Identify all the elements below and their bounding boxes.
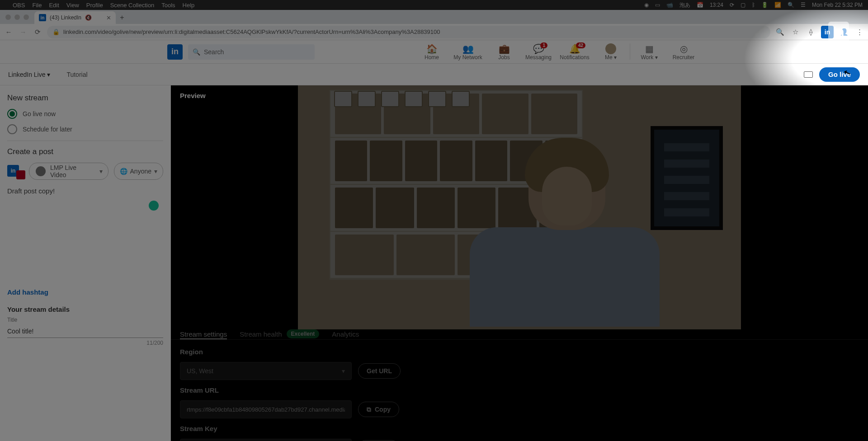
audience-selector[interactable]: Anyone bbox=[114, 163, 163, 180]
search-placeholder: Search bbox=[204, 48, 224, 56]
nav-recruiter[interactable]: ◎Recruiter bbox=[666, 43, 701, 61]
me-avatar-icon bbox=[605, 43, 616, 54]
status-camera-icon[interactable]: 📹 bbox=[666, 2, 673, 8]
page-selector[interactable]: LMP Live Video bbox=[29, 163, 108, 180]
captions-icon[interactable] bbox=[804, 71, 813, 78]
status-display-icon[interactable]: ▢ bbox=[741, 2, 745, 8]
copy-icon: ⧉ bbox=[367, 406, 371, 413]
tab-stream-settings[interactable]: Stream settings bbox=[180, 329, 227, 339]
macos-menubar: OBS File Edit View Profile Scene Collect… bbox=[0, 0, 868, 10]
health-status-badge: Excellent bbox=[287, 329, 320, 338]
status-record-icon[interactable]: ◉ bbox=[644, 2, 649, 8]
menu-profile[interactable]: Profile bbox=[86, 2, 103, 9]
menu-help[interactable]: Help bbox=[183, 2, 195, 9]
reload-icon[interactable]: ⟳ bbox=[33, 28, 42, 36]
status-time-badge[interactable]: 13:24 bbox=[710, 2, 723, 8]
forward-icon[interactable]: → bbox=[18, 28, 28, 36]
tab-audio-icon[interactable]: 🔇 bbox=[85, 14, 92, 21]
menu-edit[interactable]: Edit bbox=[49, 2, 59, 9]
browser-toolbar: ← → ⟳ 🔒 linkedin.com/video/golive/new/pr… bbox=[0, 24, 868, 40]
status-search-icon[interactable]: 🔍 bbox=[788, 2, 794, 8]
region-select[interactable]: US, West bbox=[180, 362, 352, 380]
menu-view[interactable]: View bbox=[66, 2, 79, 9]
messaging-badge: 1 bbox=[540, 42, 547, 48]
nav-me[interactable]: Me ▾ bbox=[594, 43, 628, 61]
post-textarea[interactable]: Draft post copy! bbox=[7, 187, 163, 195]
stream-sidebar: New stream Go live now Schedule for late… bbox=[0, 85, 171, 441]
status-battery-icon[interactable]: 🔋 bbox=[761, 2, 768, 8]
browser-tab[interactable]: in (43) LinkedIn 🔇 ✕ bbox=[34, 11, 116, 24]
menu-dots-icon[interactable]: ⋮ bbox=[854, 28, 864, 36]
notifications-badge: 42 bbox=[576, 42, 585, 48]
preview-main: Preview Stream settings bbox=[171, 85, 868, 441]
menu-file[interactable]: File bbox=[32, 2, 42, 9]
extensions-icon[interactable]: ⟠ bbox=[806, 28, 816, 36]
live-subbar: LinkedIn Live ▾ Tutorial Go live bbox=[0, 64, 868, 85]
preview-label: Preview bbox=[180, 92, 206, 99]
status-screen-icon[interactable]: ▭ bbox=[655, 2, 660, 8]
stream-details-heading: Your stream details bbox=[7, 305, 163, 313]
recruiter-icon: ◎ bbox=[680, 43, 688, 54]
radio-schedule-later[interactable]: Schedule for later bbox=[7, 124, 163, 134]
divider bbox=[7, 141, 163, 141]
add-hashtag-link[interactable]: Add hashtag bbox=[7, 288, 48, 296]
presenter-graphic bbox=[470, 140, 664, 329]
status-wifi-icon[interactable]: 📶 bbox=[774, 2, 781, 8]
status-lang[interactable]: 泡あ bbox=[679, 1, 690, 9]
status-clock[interactable]: Mon Feb 22 5:32 PM bbox=[812, 2, 863, 8]
network-icon: 👥 bbox=[462, 43, 474, 54]
window-traffic-lights[interactable] bbox=[0, 10, 34, 24]
home-icon: 🏠 bbox=[426, 43, 438, 54]
nav-notifications[interactable]: 🔔42Notifications bbox=[556, 43, 594, 61]
grammarly-icon[interactable] bbox=[149, 201, 159, 211]
radio-checked-icon bbox=[7, 109, 17, 119]
copy-url-button[interactable]: ⧉Copy bbox=[358, 402, 399, 417]
radio-go-live-now[interactable]: Go live now bbox=[7, 109, 163, 119]
linkedin-logo-icon[interactable]: in bbox=[167, 44, 183, 60]
new-stream-title: New stream bbox=[7, 94, 163, 103]
tab-stream-health[interactable]: Stream health Excellent bbox=[240, 329, 319, 339]
back-icon[interactable]: ← bbox=[4, 28, 14, 36]
menu-scene-collection[interactable]: Scene Collection bbox=[110, 2, 155, 9]
url-text: linkedin.com/video/golive/new/preview/ur… bbox=[63, 28, 440, 35]
tutorial-link[interactable]: Tutorial bbox=[66, 71, 87, 78]
stream-url-label: Stream URL bbox=[180, 386, 859, 394]
linkedin-navbar: in 🔍 Search 🏠Home 👥My Network 💼Jobs 💬1Me… bbox=[0, 40, 868, 64]
page-mini-avatar-icon bbox=[36, 166, 46, 176]
status-calendar-icon[interactable]: 📅 bbox=[697, 2, 703, 8]
nav-network[interactable]: 👥My Network bbox=[449, 43, 487, 61]
go-live-button[interactable]: Go live bbox=[819, 67, 860, 82]
picture-frames bbox=[334, 91, 470, 107]
menu-tools[interactable]: Tools bbox=[161, 2, 175, 9]
live-dropdown[interactable]: LinkedIn Live ▾ bbox=[8, 71, 50, 78]
get-url-button[interactable]: Get URL bbox=[358, 363, 401, 379]
tab-close-icon[interactable]: ✕ bbox=[106, 14, 111, 21]
nav-home[interactable]: 🏠Home bbox=[415, 43, 449, 61]
address-bar[interactable]: 🔒 linkedin.com/video/golive/new/preview/… bbox=[47, 26, 770, 38]
nav-messaging[interactable]: 💬1Messaging bbox=[521, 43, 556, 61]
status-bt-icon[interactable]: ᛒ bbox=[752, 2, 755, 8]
title-input[interactable] bbox=[7, 325, 163, 338]
region-label: Region bbox=[180, 348, 859, 356]
create-post-title: Create a post bbox=[7, 147, 163, 156]
zoom-icon[interactable]: 🔍 bbox=[775, 28, 785, 36]
browser-tab-strip: in (43) LinkedIn 🔇 ✕ + bbox=[0, 10, 868, 24]
status-control-icon[interactable]: ☰ bbox=[801, 2, 806, 8]
stream-key-input[interactable] bbox=[180, 439, 352, 441]
nav-jobs[interactable]: 💼Jobs bbox=[487, 43, 521, 61]
nav-work[interactable]: ▦Work ▾ bbox=[632, 43, 666, 61]
lock-icon: 🔒 bbox=[52, 28, 60, 35]
tab-analytics[interactable]: Analytics bbox=[332, 329, 359, 339]
new-tab-button[interactable]: + bbox=[116, 11, 128, 24]
linkedin-favicon-icon: in bbox=[39, 14, 46, 21]
linkedin-search[interactable]: 🔍 Search bbox=[188, 44, 315, 60]
search-icon: 🔍 bbox=[193, 48, 200, 56]
bookmark-star-icon[interactable]: ☆ bbox=[790, 28, 800, 36]
status-sync-icon[interactable]: ⟳ bbox=[730, 2, 734, 8]
nav-divider bbox=[630, 43, 630, 60]
video-preview bbox=[171, 85, 868, 329]
stream-url-input[interactable] bbox=[180, 400, 352, 418]
app-name[interactable]: OBS bbox=[13, 2, 25, 9]
stream-settings-panel: Region US, West Get URL Stream URL ⧉Copy… bbox=[171, 340, 868, 441]
linkedin-watermark-icon: in bbox=[828, 22, 849, 42]
